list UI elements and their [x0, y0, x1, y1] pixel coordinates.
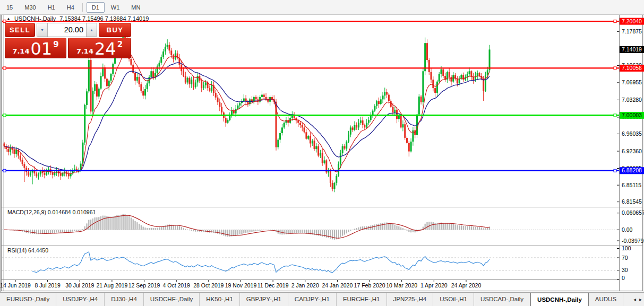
price-marker-7.14019: 7.14019 [620, 46, 644, 53]
svg-text:4 Oct 2019: 4 Oct 2019 [163, 282, 191, 288]
buy-price-prefix: 7.14 [76, 46, 93, 57]
volume-stepper: ▼ 20.00 ▲ [37, 23, 97, 37]
tab-eurchf-h1[interactable]: EURCHF-,H1 [337, 293, 387, 306]
svg-text:30 Jul 2019: 30 Jul 2019 [65, 282, 94, 288]
svg-text:0.060657: 0.060657 [622, 209, 644, 216]
chart-title: ▲ USDCNH-,Daily 7.15384 7.15496 7.13684 … [6, 15, 149, 22]
svg-text:24 Apr 2020: 24 Apr 2020 [451, 282, 482, 288]
collapse-triangle-icon[interactable]: ▲ [6, 16, 11, 21]
tab-eurusd-daily[interactable]: EURUSD-,Daily [0, 293, 56, 306]
tab-scroll-controls: ◂ ▸ [631, 293, 644, 306]
svg-text:6.81545: 6.81545 [622, 198, 642, 205]
svg-text:6.88208: 6.88208 [622, 167, 642, 173]
macd-indicator-label: MACD(12,26,9) 0.014684 0.010961 [7, 209, 96, 215]
svg-text:0: 0 [622, 275, 625, 281]
tab-usoil-h1[interactable]: USOil-,H1 [433, 293, 474, 306]
chart-tabs: EURUSD-,DailyUSDJPY-,H4DJ30-,H4USDCHF-,D… [0, 293, 631, 306]
timeframe-button-w1[interactable]: W1 [106, 2, 125, 13]
svg-text:11 Dec 2019: 11 Dec 2019 [257, 282, 289, 288]
svg-text:70: 70 [622, 255, 628, 261]
svg-text:6.96035: 6.96035 [622, 130, 642, 137]
svg-text:28 Oct 2019: 28 Oct 2019 [193, 282, 224, 288]
volume-input[interactable]: 20.00 [48, 23, 86, 37]
svg-text:2 Jan 2020: 2 Jan 2020 [291, 282, 319, 288]
chart-tab-bar: EURUSD-,DailyUSDJPY-,H4DJ30-,H4USDCHF-,D… [0, 292, 644, 306]
tab-cadjpy-h1[interactable]: CADJPY-,H1 [288, 293, 337, 306]
tab-scroll-left-button[interactable]: ◂ [633, 295, 636, 304]
svg-text:7.14019: 7.14019 [622, 46, 642, 53]
svg-text:6.85115: 6.85115 [622, 182, 641, 188]
volume-increase-button[interactable]: ▲ [86, 23, 97, 37]
timeframe-button-m30[interactable]: M30 [19, 2, 41, 13]
timeframe-button-15[interactable]: 15 [1, 2, 18, 13]
timeframe-toolbar: 15M30H1H4D1W1MN [0, 0, 644, 15]
price-marker-7.10056: 7.10056 [620, 65, 644, 72]
tab-gbpjpy-h1[interactable]: GBPJPY-,H1 [240, 293, 288, 306]
svg-text:7.20040: 7.20040 [622, 18, 642, 24]
svg-text:7.17875: 7.17875 [622, 28, 642, 34]
buy-button[interactable]: BUY [99, 23, 131, 37]
svg-text:6.92360: 6.92360 [622, 148, 642, 154]
timeframe-button-h1[interactable]: H1 [42, 2, 61, 13]
price-marker-7.20040: 7.20040 [620, 18, 644, 25]
price-marker-6.88208: 6.88208 [620, 167, 644, 174]
tab-dj30-h4[interactable]: DJ30-,H4 [105, 293, 144, 306]
svg-text:19 Nov 2019: 19 Nov 2019 [225, 282, 257, 288]
svg-text:1 Apr 2020: 1 Apr 2020 [420, 282, 448, 288]
timeframe-button-mn[interactable]: MN [126, 2, 145, 13]
tab-jpn225-h4[interactable]: JPN225-,H4 [387, 293, 434, 306]
buy-price-display[interactable]: 7.14 24 2 [68, 38, 131, 58]
svg-text:24 Jan 2020: 24 Jan 2020 [322, 282, 353, 288]
sell-price-pip: 9 [53, 40, 58, 49]
chart-ohlc-values: 7.15384 7.15496 7.13684 7.14019 [59, 15, 149, 22]
volume-decrease-button[interactable]: ▼ [37, 23, 48, 37]
sell-button[interactable]: SELL [5, 23, 35, 37]
svg-text:-0.039792: -0.039792 [622, 238, 644, 244]
svg-text:12 Sep 2019: 12 Sep 2019 [128, 282, 160, 288]
svg-text:21 Aug 2019: 21 Aug 2019 [96, 282, 127, 288]
svg-text:7.06955: 7.06955 [622, 79, 642, 85]
svg-text:14 Jun 2019: 14 Jun 2019 [0, 282, 31, 288]
svg-text:17 Feb 2020: 17 Feb 2020 [354, 282, 385, 288]
buy-price-main: 24 [95, 41, 116, 57]
svg-text:7.10056: 7.10056 [622, 65, 642, 71]
toolbar-separator [82, 3, 83, 12]
svg-text:7.03280: 7.03280 [622, 97, 642, 103]
sell-price-main: 01 [30, 41, 52, 57]
buy-price-pip: 2 [117, 40, 123, 49]
svg-text:7.00003: 7.00003 [622, 112, 642, 118]
tab-usdchf-daily[interactable]: USDCHF-,Daily [144, 293, 200, 306]
tab-usdjpy-h4[interactable]: USDJPY-,H4 [56, 293, 105, 306]
sell-price-prefix: 7.14 [12, 46, 29, 57]
svg-text:30: 30 [622, 267, 628, 273]
tab-overflow[interactable]: AUDUS [589, 293, 623, 306]
tab-usdcnh-daily[interactable]: USDCNH-,Daily [530, 293, 589, 306]
svg-text:0.00: 0.00 [622, 226, 633, 233]
rsi-indicator-label: RSI(14) 64.4450 [7, 247, 48, 253]
timeframe-button-h4[interactable]: H4 [62, 2, 80, 13]
mt4-terminal-window: 7.178757.106307.069557.032806.996056.960… [0, 0, 644, 306]
timeframe-button-d1[interactable]: D1 [87, 2, 105, 13]
sell-price-display[interactable]: 7.14 01 9 [5, 38, 66, 58]
tab-usdcad-daily[interactable]: USDCAD-,Daily [474, 293, 530, 306]
tab-scroll-right-button[interactable]: ▸ [639, 295, 642, 304]
svg-text:10 Mar 2020: 10 Mar 2020 [386, 282, 417, 288]
price-marker-7.00003: 7.00003 [620, 112, 644, 119]
tab-hk50-h1[interactable]: HK50-,H1 [200, 293, 240, 306]
chart-symbol-period: USDCNH-,Daily [14, 15, 56, 22]
one-click-trading-panel: SELL ▼ 20.00 ▲ BUY 7.14 01 9 7.14 24 2 [5, 23, 131, 58]
svg-text:100: 100 [622, 245, 631, 251]
svg-text:8 Jul 2019: 8 Jul 2019 [35, 282, 61, 288]
